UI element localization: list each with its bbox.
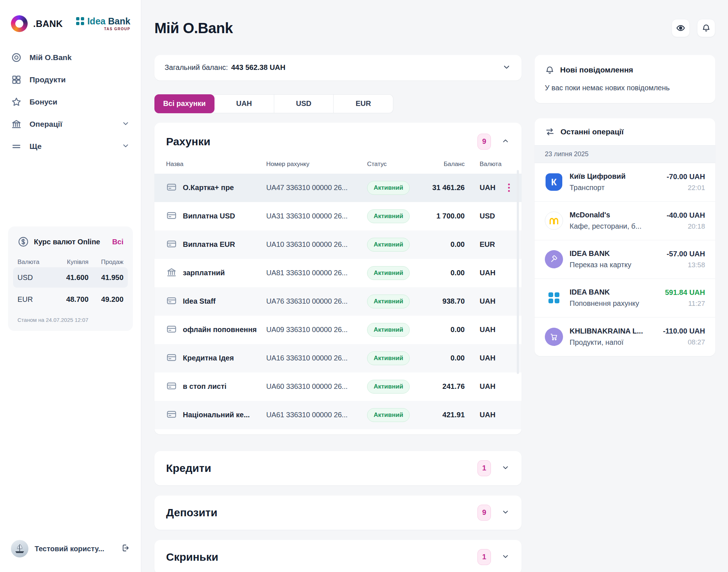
transfer-arrows-icon [545, 127, 555, 137]
list-item[interactable]: IDEA BANK Переказ на картку -57.00 UAH 1… [535, 240, 715, 279]
section-count-badge: 9 [477, 505, 491, 521]
recent-operations-card: Останні операції 23 липня 2025 К Київ Ци… [535, 118, 715, 356]
star-icon [11, 96, 22, 107]
chevron-down-icon [121, 119, 130, 129]
sidebar-item-operations[interactable]: Операції [11, 115, 130, 133]
app-window: .BANK IdeaBank TAS GROUP Мій O.Ban [0, 0, 728, 572]
table-row[interactable]: Виплатна EUR UA10 336310 00000 26... Акт… [154, 230, 522, 259]
list-item[interactable]: KHLIBNAKRAINA L... Продукти, напої -110.… [535, 317, 715, 356]
moneyboxes-section[interactable]: Скриньки 1 [154, 540, 522, 572]
sidebar-item-label: Ще [29, 142, 42, 151]
notifications-title: Нові повідомлення [560, 66, 633, 74]
list-item[interactable]: McDonald's Кафе, ресторани, б... -40.00 … [535, 202, 715, 240]
currency-filter-tabs: Всі рахунки UAH USD EUR [154, 94, 393, 113]
section-title: Скриньки [166, 551, 477, 563]
bell-icon [701, 23, 711, 33]
tab-usd[interactable]: USD [274, 94, 334, 113]
notifications-button[interactable] [697, 19, 715, 37]
sidebar-menu: Мій O.Bank Продукти Бонуси Операції Ще [0, 49, 141, 155]
currency-row-eur[interactable]: EUR 48.700 49.200 [13, 289, 128, 309]
table-row[interactable]: офлайн поповнення UA09 336310 00000 26..… [154, 316, 522, 344]
table-row[interactable]: Кредитна Ідея UA16 336310 00000 26... Ак… [154, 344, 522, 372]
table-row[interactable]: Виплатна USD UA31 336310 00000 26... Акт… [154, 202, 522, 230]
logout-icon[interactable] [121, 543, 130, 554]
ideabank-logo-idea: Idea [87, 17, 106, 26]
section-title: Депозити [166, 506, 477, 519]
hide-balances-button[interactable] [672, 19, 690, 37]
ideabank-dots-icon [75, 16, 85, 26]
col-sell: Продаж [88, 259, 123, 266]
col-buy: Купівля [54, 259, 88, 266]
ship-avatar-image [13, 543, 26, 555]
status-badge: Активний [367, 380, 410, 394]
notifications-card: Нові повідомлення У вас поки немає нових… [535, 55, 715, 103]
sidebar-item-bonuses[interactable]: Бонуси [11, 93, 130, 111]
chevron-down-icon[interactable] [501, 552, 510, 562]
col-number: Номер рахунку [266, 161, 367, 168]
table-scrollbar[interactable] [517, 170, 519, 374]
table-row[interactable]: Національний ке... UA61 336310 00000 26.… [154, 401, 522, 429]
status-badge: Активний [367, 295, 410, 308]
list-item[interactable]: К Київ Цифровий Транспорт -70.00 UAH 22:… [535, 163, 715, 202]
total-balance-bar[interactable]: Загальний баланс: 443 562.38 UAH [154, 55, 522, 80]
mcdonalds-icon [545, 212, 563, 230]
sidebar-item-products[interactable]: Продукти [11, 71, 130, 88]
card-icon [166, 182, 183, 194]
col-balance: Баланс [432, 161, 465, 168]
table-row[interactable]: Idea Staff UA76 336310 00000 26... Актив… [154, 287, 522, 316]
deposits-section[interactable]: Депозити 9 [154, 496, 522, 530]
obank-logo-text: .BANK [33, 19, 63, 29]
chevron-down-icon[interactable] [502, 62, 511, 73]
right-column: Нові повідомлення У вас поки немає нових… [535, 55, 715, 356]
notifications-empty-message: У вас поки немає нових повідомлень [545, 84, 705, 92]
currency-all-link[interactable]: Всі [112, 238, 123, 246]
section-count-badge: 1 [477, 549, 491, 565]
currency-row-usd[interactable]: USD 41.600 41.950 [13, 267, 128, 288]
transaction-amount: -70.00 UAH [666, 173, 705, 181]
currency-code: EUR [17, 295, 54, 304]
accounts-title: Рахунки [166, 135, 477, 148]
shopping-cart-icon [545, 328, 563, 346]
user-name: Тестовий користу... [35, 545, 114, 553]
main-area: Мій O.Bank Загальний баланс: 443 562.38 … [141, 0, 728, 572]
status-badge: Активний [367, 238, 410, 252]
card-icon [166, 238, 183, 251]
status-badge: Активний [367, 181, 410, 195]
chevron-up-icon[interactable] [501, 137, 510, 147]
accounts-card: Рахунки 9 Назва Номер рахунку Статус Бал… [154, 123, 522, 434]
card-icon [166, 409, 183, 421]
transaction-time: 13:58 [688, 261, 705, 269]
sidebar-item-my-obank[interactable]: Мій O.Bank [11, 49, 130, 66]
avatar[interactable] [11, 540, 28, 557]
brand-logo: .BANK IdeaBank TAS GROUP [0, 15, 141, 32]
card-icon [166, 295, 183, 308]
chevron-down-icon[interactable] [501, 508, 510, 518]
ideabank-logo-bank: Bank [108, 17, 130, 26]
card-icon [166, 352, 183, 364]
tab-uah[interactable]: UAH [215, 94, 274, 113]
page-title: Мій O.Bank [154, 20, 233, 36]
status-badge: Активний [367, 408, 410, 422]
table-row[interactable]: в стоп листі UA60 336310 00000 26... Акт… [154, 372, 522, 401]
operations-date-band: 23 липня 2025 [535, 146, 715, 163]
list-item[interactable]: IDEA BANK Поповнення рахунку 591.84 UAH … [535, 279, 715, 317]
eye-icon [676, 23, 685, 33]
transaction-amount: 591.84 UAH [665, 288, 705, 297]
bell-icon [545, 65, 555, 75]
sell-rate: 49.200 [88, 295, 123, 304]
status-badge: Активний [367, 323, 410, 337]
transaction-time: 20:18 [688, 222, 705, 230]
table-row[interactable]: О.Картка+ пре UA47 336310 00000 26... Ак… [154, 174, 522, 202]
transaction-time: 22:01 [688, 184, 705, 192]
row-menu-icon[interactable] [508, 184, 510, 192]
tab-all-accounts[interactable]: Всі рахунки [154, 94, 215, 113]
chevron-down-icon[interactable] [501, 463, 510, 473]
topbar: Мій O.Bank [154, 10, 715, 46]
table-row[interactable]: зарплатний UA81 336310 00000 26... Актив… [154, 259, 522, 287]
credits-section[interactable]: Кредити 1 [154, 451, 522, 485]
sidebar-item-more[interactable]: Ще [11, 138, 130, 155]
buy-rate: 41.600 [54, 273, 88, 282]
status-badge: Активний [367, 209, 410, 223]
tas-group-label: TAS GROUP [104, 27, 130, 31]
tab-eur[interactable]: EUR [334, 94, 393, 113]
